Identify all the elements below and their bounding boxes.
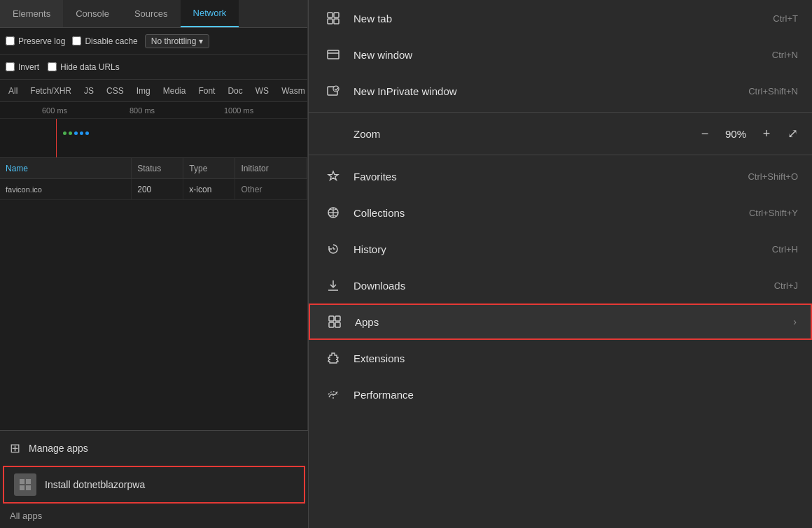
- install-app-item[interactable]: Install dotnetblazorpwa: [3, 466, 305, 504]
- menu-performance[interactable]: Performance: [309, 376, 812, 413]
- menu-favorites[interactable]: Favorites Ctrl+Shift+O: [309, 158, 812, 194]
- table-header: Name Status Type Initiator: [0, 158, 307, 179]
- all-apps-link[interactable]: All apps: [0, 504, 308, 528]
- toolbar-row: Preserve log Disable cache No throttling…: [0, 28, 307, 55]
- favorites-icon: [323, 169, 344, 183]
- menu-downloads[interactable]: Downloads Ctrl+J: [309, 267, 812, 304]
- zoom-row: Zoom − 90% + ⤢: [309, 115, 812, 152]
- th-initiator[interactable]: Initiator: [235, 158, 307, 178]
- zoom-label: Zoom: [354, 128, 695, 140]
- inprivate-label: New InPrivate window: [354, 85, 748, 97]
- svg-rect-20: [335, 316, 340, 321]
- preserve-log-input[interactable]: [6, 36, 15, 45]
- menu-collections[interactable]: Collections Ctrl+Shift+Y: [309, 194, 812, 231]
- invert-filter[interactable]: Invert: [6, 62, 39, 72]
- type-media[interactable]: Media: [158, 84, 192, 98]
- svg-rect-0: [20, 479, 24, 484]
- collections-shortcut: Ctrl+Shift+Y: [749, 208, 798, 218]
- menu-new-tab[interactable]: New tab Ctrl+T: [309, 0, 812, 36]
- favorites-shortcut: Ctrl+Shift+O: [748, 171, 798, 182]
- divider-1: [309, 112, 812, 113]
- new-window-shortcut: Ctrl+N: [772, 50, 798, 60]
- th-status[interactable]: Status: [132, 158, 183, 178]
- divider-2: [309, 155, 812, 155]
- td-status: 200: [132, 179, 183, 199]
- history-icon: [323, 242, 344, 256]
- new-tab-label: New tab: [354, 13, 773, 24]
- disable-cache-checkbox[interactable]: Disable cache: [72, 36, 137, 46]
- type-all[interactable]: All: [3, 84, 23, 98]
- invert-checkbox[interactable]: [6, 62, 15, 71]
- tab-console[interactable]: Console: [63, 0, 122, 27]
- install-app-icon: [14, 473, 36, 496]
- tab-sources[interactable]: Sources: [122, 0, 181, 27]
- menu-inprivate[interactable]: New InPrivate window Ctrl+Shift+N: [309, 73, 812, 109]
- collections-icon: [323, 206, 344, 220]
- type-fetch[interactable]: Fetch/XHR: [24, 84, 77, 98]
- td-name: favicon.ico: [0, 179, 132, 199]
- type-filter-row: All Fetch/XHR JS CSS Img Media Font Doc …: [0, 80, 307, 102]
- type-img[interactable]: Img: [131, 84, 156, 98]
- dot-blue2: [80, 131, 83, 135]
- th-type[interactable]: Type: [183, 158, 235, 178]
- menu-new-window[interactable]: New window Ctrl+N: [309, 36, 812, 73]
- dot-blue: [74, 131, 78, 135]
- performance-label: Performance: [354, 389, 798, 401]
- type-ws[interactable]: WS: [250, 84, 274, 98]
- timeline-redline: [56, 119, 57, 158]
- svg-rect-8: [328, 50, 339, 59]
- svg-rect-21: [329, 322, 334, 327]
- downloads-icon: [323, 278, 344, 292]
- td-type: x-icon: [183, 179, 235, 199]
- zoom-minus-button[interactable]: −: [695, 124, 715, 143]
- hide-data-urls-filter[interactable]: Hide data URLs: [48, 62, 120, 72]
- table-row[interactable]: favicon.ico 200 x-icon Other: [0, 179, 307, 200]
- timeline-dots: [63, 131, 89, 135]
- disable-cache-input[interactable]: [72, 36, 81, 45]
- svg-rect-2: [20, 485, 24, 490]
- type-wasm[interactable]: Wasm: [276, 84, 307, 98]
- dropdown-menu: New tab Ctrl+T New window Ctrl+N New InP…: [308, 0, 812, 528]
- tab-elements[interactable]: Elements: [0, 0, 63, 27]
- type-doc[interactable]: Doc: [222, 84, 248, 98]
- svg-rect-5: [334, 13, 339, 17]
- menu-history[interactable]: History Ctrl+H: [309, 231, 812, 267]
- type-js[interactable]: JS: [78, 84, 99, 98]
- timeline-label-1000: 1000 ms: [224, 106, 253, 115]
- type-css[interactable]: CSS: [101, 84, 130, 98]
- svg-rect-7: [334, 19, 339, 24]
- history-label: History: [354, 243, 772, 255]
- timeline-label-600: 600 ms: [42, 106, 67, 115]
- performance-icon: [323, 387, 344, 401]
- new-tab-shortcut: Ctrl+T: [773, 13, 798, 24]
- timeline-labels: 600 ms 800 ms 1000 ms: [0, 102, 307, 119]
- zoom-plus-button[interactable]: +: [757, 124, 776, 143]
- menu-extensions[interactable]: Extensions: [309, 340, 812, 376]
- tab-network[interactable]: Network: [181, 0, 239, 27]
- dot-green2: [69, 131, 72, 135]
- svg-rect-6: [328, 19, 332, 24]
- downloads-label: Downloads: [354, 280, 774, 292]
- manage-apps-item[interactable]: ⊞ Manage apps: [0, 431, 308, 466]
- svg-rect-4: [328, 13, 332, 17]
- th-name[interactable]: Name: [0, 158, 132, 178]
- inprivate-shortcut: Ctrl+Shift+N: [748, 86, 798, 97]
- new-window-icon: [323, 48, 344, 62]
- throttle-button[interactable]: No throttling ▾: [145, 34, 209, 48]
- downloads-shortcut: Ctrl+J: [774, 280, 798, 291]
- history-shortcut: Ctrl+H: [772, 244, 798, 255]
- menu-apps[interactable]: Apps ›: [309, 304, 812, 340]
- timeline-content: [0, 119, 307, 158]
- devtools-panel: Elements Console Sources Network Preserv…: [0, 0, 308, 528]
- hide-data-urls-checkbox[interactable]: [48, 62, 57, 71]
- zoom-fullscreen-icon[interactable]: ⤢: [788, 126, 798, 141]
- extensions-label: Extensions: [354, 352, 798, 364]
- preserve-log-checkbox[interactable]: Preserve log: [6, 36, 65, 46]
- svg-rect-3: [26, 485, 31, 490]
- filter-row: Invert Hide data URLs: [0, 55, 307, 80]
- tab-bar: Elements Console Sources Network: [0, 0, 307, 28]
- type-font[interactable]: Font: [192, 84, 220, 98]
- dot-green: [63, 131, 66, 135]
- zoom-controls: − 90% + ⤢: [695, 124, 798, 143]
- zoom-value: 90%: [722, 128, 750, 140]
